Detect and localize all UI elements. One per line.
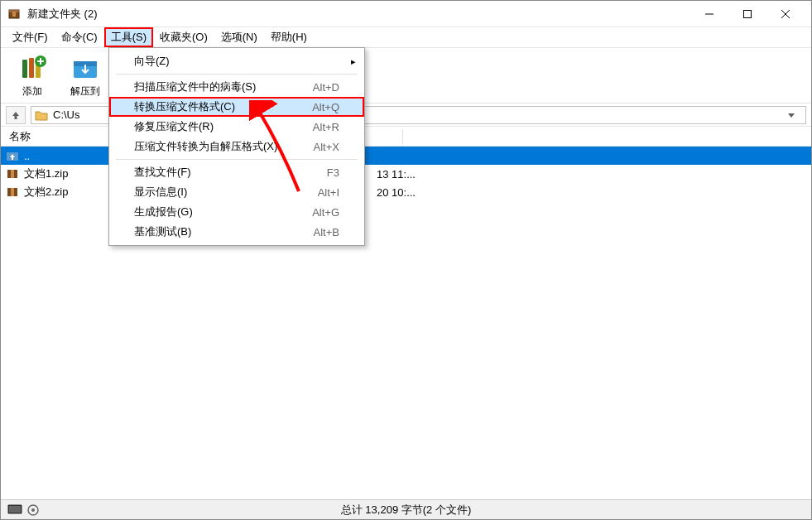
- statusbar: 总计 13,209 字节(2 个文件): [1, 499, 811, 519]
- maximize-button[interactable]: [728, 1, 766, 27]
- zip-icon: [6, 167, 19, 181]
- svg-rect-26: [9, 506, 21, 513]
- up-button[interactable]: [6, 106, 26, 124]
- svg-point-28: [31, 508, 35, 512]
- dd-convert-archive[interactable]: 转换压缩文件格式(C) Alt+Q: [109, 97, 364, 117]
- tool-add[interactable]: 添加: [7, 51, 57, 100]
- close-button[interactable]: [766, 1, 805, 27]
- menu-commands[interactable]: 命令(C): [55, 27, 104, 47]
- dd-scan-virus[interactable]: 扫描压缩文件中的病毒(S) Alt+D: [109, 77, 364, 97]
- up-folder-icon: [6, 149, 19, 162]
- dd-wizard[interactable]: 向导(Z): [109, 51, 364, 71]
- menubar: 文件(F) 命令(C) 工具(S) 收藏夹(O) 选项(N) 帮助(H): [1, 27, 811, 47]
- tool-extract[interactable]: 解压到: [60, 51, 110, 100]
- titlebar: 新建文件夹 (2): [1, 1, 811, 27]
- app-icon: [7, 7, 21, 21]
- status-icons: [7, 504, 39, 516]
- svg-rect-8: [29, 58, 34, 78]
- svg-rect-2: [12, 12, 16, 17]
- file-date: 13 11:...: [377, 168, 416, 181]
- window-controls: [690, 1, 805, 27]
- disc-icon: [27, 504, 39, 516]
- tool-extract-label: 解压到: [70, 84, 100, 99]
- dd-find-files[interactable]: 查找文件(F) F3: [109, 162, 364, 182]
- status-text: 总计 13,209 字节(2 个文件): [341, 503, 472, 518]
- tools-dropdown: 向导(Z) 扫描压缩文件中的病毒(S) Alt+D 转换压缩文件格式(C) Al…: [108, 47, 365, 246]
- menu-help[interactable]: 帮助(H): [264, 27, 314, 47]
- keyboard-icon: [7, 504, 22, 516]
- zip-icon: [6, 185, 19, 199]
- dd-separator: [116, 74, 358, 75]
- svg-rect-22: [11, 170, 14, 178]
- dd-generate-report[interactable]: 生成报告(G) Alt+G: [109, 202, 364, 222]
- books-add-icon: [17, 53, 47, 83]
- svg-rect-7: [22, 60, 27, 78]
- dd-benchmark[interactable]: 基准测试(B) Alt+B: [109, 222, 364, 242]
- extract-icon: [70, 53, 100, 83]
- menu-tools[interactable]: 工具(S): [104, 27, 153, 47]
- tool-add-label: 添加: [22, 84, 42, 99]
- dd-show-info[interactable]: 显示信息(I) Alt+I: [109, 182, 364, 202]
- folder-icon: [35, 108, 48, 122]
- address-dropdown-icon[interactable]: [787, 111, 802, 119]
- svg-rect-24: [11, 188, 14, 196]
- menu-favorites[interactable]: 收藏夹(O): [153, 27, 214, 47]
- minimize-button[interactable]: [690, 1, 728, 27]
- menu-options[interactable]: 选项(N): [214, 27, 264, 47]
- file-date: 20 10:...: [377, 186, 416, 199]
- dd-separator: [116, 159, 358, 160]
- dd-convert-sfx[interactable]: 压缩文件转换为自解压格式(X) Alt+X: [109, 137, 364, 156]
- menu-file[interactable]: 文件(F): [6, 27, 55, 47]
- window-title: 新建文件夹 (2): [27, 7, 98, 22]
- svg-rect-4: [744, 10, 752, 17]
- dd-repair-archive[interactable]: 修复压缩文件(R) Alt+R: [109, 117, 364, 137]
